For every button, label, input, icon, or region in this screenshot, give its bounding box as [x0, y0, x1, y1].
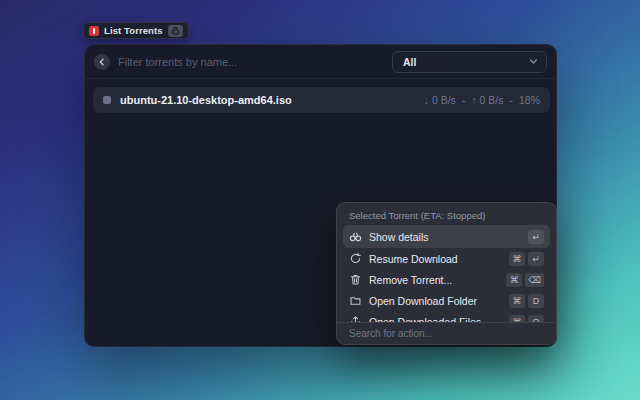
- refresh-icon: [349, 252, 362, 265]
- action-search-input[interactable]: [349, 328, 556, 339]
- shortcut-key: ⌫: [525, 273, 544, 287]
- shortcut-key: ⌘: [506, 273, 522, 287]
- action-items: Show details ↵ Resume Download ⌘ ↵: [343, 225, 550, 332]
- download-speed: ↓ 0 B/s: [424, 94, 456, 106]
- action-item-show-details[interactable]: Show details ↵: [343, 225, 550, 248]
- back-button[interactable]: [94, 54, 110, 70]
- transmission-icon: [89, 26, 99, 36]
- folder-icon: [349, 294, 362, 307]
- shortcut-key: ⌘: [509, 294, 525, 308]
- dropdown-value: All: [403, 56, 529, 68]
- command-tab[interactable]: List Torrents: [83, 22, 189, 39]
- chevron-down-icon: [529, 57, 538, 66]
- stopped-square-icon: [103, 96, 111, 104]
- action-item-label: Remove Torrent...: [369, 274, 452, 286]
- separator: -: [509, 94, 513, 106]
- command-tab-title: List Torrents: [104, 25, 163, 36]
- progress-percent: 18%: [519, 94, 540, 106]
- shortcut-key: ↵: [528, 230, 544, 244]
- torrent-name: ubuntu-21.10-desktop-amd64.iso: [120, 94, 292, 106]
- torrent-row[interactable]: ubuntu-21.10-desktop-amd64.iso ↓ 0 B/s -…: [93, 87, 550, 113]
- shortcut-key: D: [528, 294, 544, 308]
- separator: -: [462, 94, 466, 106]
- action-panel: Selected Torrent (ETA: Stopped) Show det…: [336, 202, 557, 345]
- lock-icon[interactable]: [168, 25, 183, 37]
- filter-input[interactable]: [118, 56, 392, 68]
- action-item-label: Resume Download: [369, 253, 458, 265]
- torrent-accessories: ↓ 0 B/s - ↑ 0 B/s - 18%: [424, 94, 540, 106]
- search-bar: All: [85, 45, 556, 79]
- desktop-background: { "tab": { "title": "List Torrents", "ex…: [0, 0, 640, 400]
- action-item-label: Show details: [369, 231, 429, 243]
- binoculars-icon: [349, 230, 362, 243]
- trash-icon: [349, 273, 362, 286]
- action-item-open-download-folder[interactable]: Open Download Folder ⌘ D: [343, 290, 550, 311]
- chevron-left-icon: [98, 58, 106, 66]
- action-item-resume-download[interactable]: Resume Download ⌘ ↵: [343, 248, 550, 269]
- action-item-label: Open Download Folder: [369, 295, 477, 307]
- shortcut-key: ↵: [528, 252, 544, 266]
- action-panel-header: Selected Torrent (ETA: Stopped): [349, 210, 485, 221]
- action-item-remove-torrent[interactable]: Remove Torrent... ⌘ ⌫: [343, 269, 550, 290]
- upload-speed: ↑ 0 B/s: [471, 94, 503, 106]
- action-panel-footer: [337, 322, 556, 344]
- shortcut-key: ⌘: [509, 252, 525, 266]
- filter-dropdown[interactable]: All: [392, 51, 547, 73]
